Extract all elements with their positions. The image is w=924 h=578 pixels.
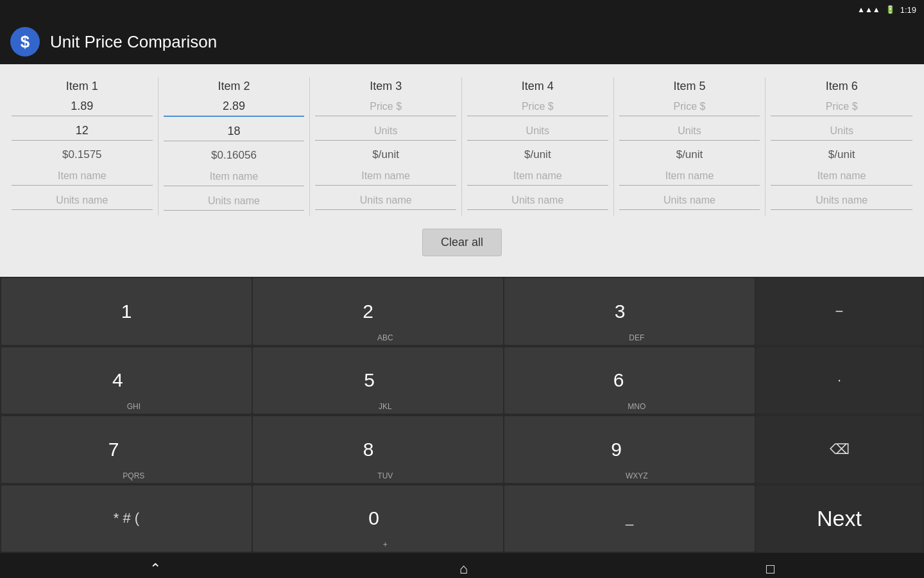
item-price-input-2[interactable] — [164, 97, 305, 117]
item-units-name-input-1[interactable] — [12, 191, 153, 210]
status-bar: ▲▲▲ 🔋 1:19 — [0, 0, 924, 19]
keyboard-row-3: * # (0+_Next — [0, 484, 924, 554]
key-button-0-1[interactable]: 2ABC — [253, 278, 503, 345]
key-button-0-0[interactable]: 1 — [1, 278, 252, 345]
wifi-icon: ▲▲▲ — [857, 5, 880, 14]
key-button-1-1[interactable]: 5JKL — [253, 347, 503, 414]
app-title: Unit Price Comparison — [50, 32, 217, 52]
item-price-input-3[interactable] — [315, 97, 456, 116]
item-name-input-2[interactable] — [164, 167, 305, 186]
items-grid: Item 1$0.1575Item 2$0.16056Item 3$/unitI… — [6, 77, 918, 216]
item-units-name-input-5[interactable] — [619, 191, 760, 210]
item-label-4: Item 4 — [522, 77, 554, 97]
item-units-name-input-6[interactable] — [771, 191, 912, 210]
item-units-input-2[interactable] — [164, 122, 305, 141]
item-label-3: Item 3 — [370, 77, 402, 97]
item-units-input-1[interactable] — [12, 121, 153, 141]
key-button-3-0[interactable]: * # ( — [1, 486, 252, 552]
app-bar: $ Unit Price Comparison — [0, 19, 924, 64]
key-button-3-3[interactable]: Next — [756, 486, 923, 552]
item-units-name-input-2[interactable] — [164, 191, 305, 211]
item-result-5: $/unit — [676, 146, 703, 166]
home-nav-button[interactable]: ⌂ — [459, 561, 468, 577]
keyboard-row-2: 7PQRS8TUV9WXYZ⌫ — [0, 415, 924, 484]
item-units-input-5[interactable] — [619, 121, 760, 141]
item-name-input-6[interactable] — [771, 166, 912, 186]
clear-all-button[interactable]: Clear all — [422, 229, 502, 256]
item-label-5: Item 5 — [673, 77, 705, 97]
item-col-6: Item 6$/unit — [766, 77, 918, 216]
item-col-4: Item 4$/unit — [462, 77, 614, 216]
key-button-1-3[interactable]: · — [756, 347, 923, 414]
item-col-1: Item 1$0.1575 — [6, 77, 158, 216]
recent-nav-button[interactable]: □ — [766, 561, 774, 577]
status-time: 1:19 — [900, 5, 916, 15]
main-content: Item 1$0.1575Item 2$0.16056Item 3$/unitI… — [0, 64, 924, 277]
item-result-4: $/unit — [524, 146, 551, 166]
item-label-2: Item 2 — [218, 77, 250, 97]
key-button-2-1[interactable]: 8TUV — [253, 416, 503, 483]
key-button-3-2[interactable]: _ — [504, 486, 755, 552]
item-price-input-4[interactable] — [467, 97, 608, 116]
item-result-3: $/unit — [372, 146, 399, 166]
clear-all-container: Clear all — [6, 216, 918, 267]
back-nav-button[interactable]: ⌃ — [150, 561, 161, 577]
item-name-input-3[interactable] — [315, 166, 456, 186]
item-units-name-input-3[interactable] — [315, 191, 456, 210]
item-price-input-6[interactable] — [771, 97, 912, 116]
key-button-0-2[interactable]: 3DEF — [504, 278, 755, 345]
logo-symbol: $ — [21, 32, 30, 52]
app-logo: $ — [10, 27, 40, 57]
battery-icon: 🔋 — [886, 5, 895, 14]
item-result-6: $/unit — [828, 146, 855, 166]
item-price-input-5[interactable] — [619, 97, 760, 116]
item-name-input-1[interactable] — [12, 166, 153, 186]
key-button-1-0[interactable]: 4GHI — [1, 347, 252, 414]
key-button-0-3[interactable]: − — [756, 278, 923, 345]
key-button-2-2[interactable]: 9WXYZ — [504, 416, 755, 483]
keyboard: 12ABC3DEF−4GHI5JKL6MNO·7PQRS8TUV9WXYZ⌫* … — [0, 277, 924, 553]
item-result-1: $0.1575 — [62, 146, 101, 166]
item-label-1: Item 1 — [66, 77, 98, 97]
key-button-2-0[interactable]: 7PQRS — [1, 416, 252, 483]
keyboard-row-1: 4GHI5JKL6MNO· — [0, 346, 924, 416]
item-units-input-6[interactable] — [771, 121, 912, 141]
item-col-5: Item 5$/unit — [614, 77, 766, 216]
keyboard-row-0: 12ABC3DEF− — [0, 277, 924, 346]
item-col-3: Item 3$/unit — [310, 77, 462, 216]
item-result-2: $0.16056 — [211, 146, 257, 167]
item-price-input-1[interactable] — [12, 97, 153, 116]
key-button-3-1[interactable]: 0+ — [253, 486, 503, 552]
key-button-1-2[interactable]: 6MNO — [504, 347, 755, 414]
item-units-input-3[interactable] — [315, 121, 456, 141]
item-label-6: Item 6 — [826, 77, 858, 97]
item-col-2: Item 2$0.16056 — [158, 77, 311, 216]
nav-bar: ⌃ ⌂ □ — [0, 553, 924, 578]
item-name-input-5[interactable] — [619, 166, 760, 186]
item-units-input-4[interactable] — [467, 121, 608, 141]
item-units-name-input-4[interactable] — [467, 191, 608, 210]
item-name-input-4[interactable] — [467, 166, 608, 186]
key-button-2-3[interactable]: ⌫ — [756, 416, 923, 483]
